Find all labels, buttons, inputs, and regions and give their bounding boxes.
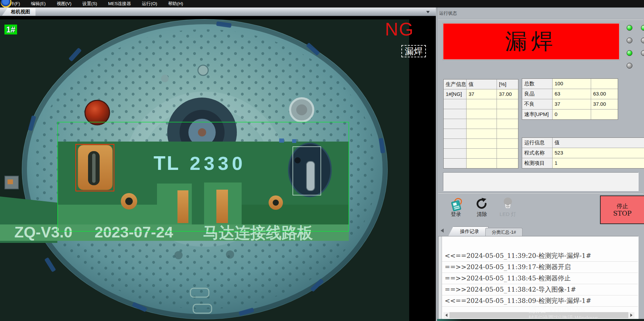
table-cell: 程式名称 <box>522 148 552 158</box>
pcb-version-text: ZQ-V3.0 <box>14 223 72 241</box>
camera-view[interactable]: TL 2330 ZQ-V3.0 2023-07-24 马达连接线路板 1# NG… <box>0 16 436 321</box>
stop-label-cn: 停止 <box>617 203 628 210</box>
status-led-4 <box>641 38 644 43</box>
table-cell: 检测项目 <box>522 158 552 168</box>
panel-title: 运行状态 <box>439 10 457 16</box>
table-cell <box>444 139 466 148</box>
menu-run[interactable]: 运行(O) <box>138 1 162 7</box>
menu-help[interactable]: 帮助(H) <box>164 1 188 7</box>
camera-id-badge: 1# <box>4 25 17 34</box>
tab-scroll-left-button[interactable] <box>441 229 444 233</box>
pcb-name-text: 马达连接线路板 <box>203 223 313 242</box>
table-cell <box>467 119 497 129</box>
table-cell <box>444 149 466 158</box>
log-left-gutter <box>439 236 442 319</box>
table-cell <box>467 149 497 158</box>
menu-edit[interactable]: 编辑(E) <box>27 1 50 7</box>
status-led-3 <box>627 38 632 43</box>
menu-bar: 文件(F) 编辑(E) 视图(V) 设置(S) MES连接器 运行(O) 帮助(… <box>0 0 644 8</box>
table-cell <box>444 109 466 119</box>
stat-percent: 37.00 <box>591 99 618 109</box>
table-cell <box>444 99 466 109</box>
tab-classification-summary[interactable]: 分类汇总-1# <box>485 228 523 236</box>
stop-button[interactable]: 停止 STOP <box>600 195 644 224</box>
led-label: LED 灯 <box>500 211 516 217</box>
menu-view[interactable]: 视图(V) <box>52 1 76 7</box>
result-ng-label: NG <box>385 18 414 40</box>
clear-refresh-icon <box>473 197 491 211</box>
edge-component <box>5 176 18 189</box>
result-banner: 漏焊 <box>443 23 619 60</box>
menu-mes-connector[interactable]: MES连接器 <box>104 1 135 7</box>
log-entry: <<==2024-05-05_11:39:20-检测完毕-漏焊-1# <box>442 250 638 262</box>
windows-activation-watermark: 激活 Windows <box>529 303 585 315</box>
clear-label: 清除 <box>477 211 487 217</box>
table-cell <box>444 129 466 138</box>
stop-label-en: STOP <box>613 210 631 217</box>
window-bottom-edge <box>437 319 644 321</box>
table-cell <box>467 129 497 138</box>
table-cell: 37.00 <box>497 89 518 99</box>
table-cell <box>497 119 518 129</box>
stat-percent <box>591 79 618 89</box>
groupbox-divider-bottom <box>438 193 643 193</box>
pcb-marking-digits: 2330 <box>190 152 246 174</box>
groupbox-divider-top <box>438 19 643 20</box>
pcb-marking-prefix: TL <box>154 152 180 174</box>
run-status-panel: 运行状态 漏焊 生产信息 值 [%] 1#[NG] 37 37.00 <box>437 8 644 321</box>
status-led-6 <box>641 50 644 56</box>
status-led-5 <box>627 50 632 56</box>
stat-value: 37 <box>553 99 591 109</box>
camera-image: TL 2330 ZQ-V3.0 2023-07-24 马达连接线路板 <box>0 16 436 321</box>
table-cell <box>467 109 497 119</box>
log-entry: ==>>2024-05-05_11:39:17-检测器开启 <box>442 261 638 273</box>
scroll-left-arrow-icon[interactable] <box>443 312 449 318</box>
table-cell: 1 <box>553 158 644 168</box>
stat-label: 总数 <box>522 79 552 89</box>
tab-operation-log[interactable]: 操作记录 <box>448 227 488 236</box>
stat-label: 良品 <box>522 89 552 99</box>
table-cell <box>467 99 497 109</box>
table-cell <box>497 149 518 158</box>
table-cell: 523 <box>553 148 644 158</box>
table-cell <box>497 139 518 148</box>
stat-value: 63 <box>553 89 591 99</box>
status-led-1 <box>627 25 632 31</box>
column-header: 值 <box>553 138 644 148</box>
clear-button[interactable]: 清除 <box>473 197 491 218</box>
tab-dropdown-button[interactable] <box>425 10 431 14</box>
tab-camera-view[interactable]: 相机视图 <box>2 8 35 16</box>
table-cell <box>497 159 518 168</box>
led-light-button[interactable]: LED 灯 <box>499 197 517 218</box>
table-cell: 1#[NG] <box>444 89 466 99</box>
status-led-7 <box>627 63 632 69</box>
column-header: [%] <box>497 79 518 89</box>
stat-percent <box>591 110 618 119</box>
table-cell <box>497 99 518 109</box>
production-table: 生产信息 值 [%] 1#[NG] 37 37.00 <box>443 79 518 169</box>
table-cell <box>444 159 466 168</box>
stat-label: 速率[UPM] <box>522 110 552 119</box>
table-cell <box>444 119 466 129</box>
menu-settings[interactable]: 设置(S) <box>78 1 101 7</box>
login-badge-icon <box>447 197 465 211</box>
scroll-right-arrow-icon[interactable] <box>628 312 634 318</box>
column-header: 值 <box>467 79 497 89</box>
table-cell: 37 <box>467 89 497 99</box>
login-button[interactable]: 登录 <box>447 197 465 218</box>
log-entry: ==>>2024-05-05_11:38:42-导入图像-1# <box>442 284 638 295</box>
stat-value: 0 <box>553 110 591 119</box>
red-component <box>85 100 110 125</box>
table-cell <box>467 139 497 148</box>
column-header: 运行信息 <box>522 138 552 148</box>
stat-percent: 63.00 <box>591 89 618 99</box>
table-cell <box>497 109 518 119</box>
table-cell <box>497 129 518 138</box>
column-header: 生产信息 <box>444 79 466 89</box>
stats-table: 总数 100 良品 63 63.00 不良 37 37.00 速率[UPM] 0 <box>522 78 618 120</box>
message-box <box>443 172 639 191</box>
status-led-2 <box>641 25 644 31</box>
led-bulb-icon <box>499 197 517 211</box>
run-info-table: 运行信息 值 程式名称 523 检测项目 1 <box>522 137 644 169</box>
pcb-date-text: 2023-07-24 <box>95 223 173 241</box>
